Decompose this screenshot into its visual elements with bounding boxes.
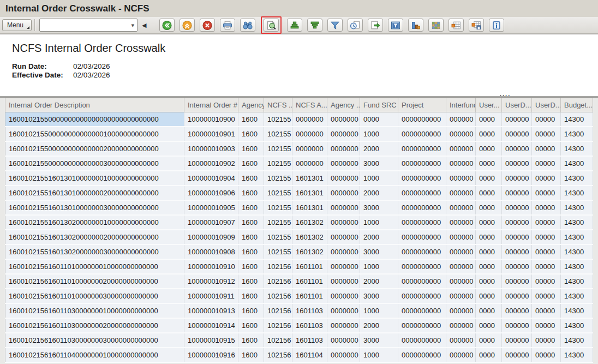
cell[interactable]: 0000000000: [398, 171, 446, 186]
cell[interactable]: 0000000: [327, 259, 360, 274]
cell[interactable]: 1600: [238, 127, 264, 141]
chevron-down-icon[interactable]: ▾: [131, 22, 137, 28]
cell[interactable]: 000000: [446, 289, 476, 303]
cell[interactable]: 16001021561601101000000010000000000000: [5, 259, 184, 274]
cell[interactable]: 00000: [532, 141, 561, 156]
cell[interactable]: 000000: [446, 333, 476, 348]
cell[interactable]: 000000: [446, 318, 476, 333]
cell[interactable]: 000000: [446, 200, 476, 215]
cell[interactable]: 0000000: [327, 333, 360, 348]
graphic-icon[interactable]: [408, 19, 423, 32]
cell[interactable]: 100000010907: [184, 215, 238, 230]
clock-document-icon[interactable]: [348, 19, 363, 32]
column-header[interactable]: Internal Order #: [184, 98, 238, 112]
cell[interactable]: 00000: [532, 289, 561, 303]
table-row[interactable]: 1600102156160110100000002000000000000010…: [5, 274, 593, 289]
cell[interactable]: 16001021561601103000000010000000000000: [5, 303, 184, 318]
table-row[interactable]: 1600102155160130200000003000000000000010…: [5, 244, 593, 259]
cell[interactable]: 0000000: [327, 112, 360, 127]
cell[interactable]: 0000000: [292, 127, 327, 141]
cell[interactable]: 3000: [360, 333, 398, 348]
cell[interactable]: 000000: [502, 333, 532, 348]
cell[interactable]: 000000: [502, 127, 532, 141]
cell[interactable]: 14300: [561, 215, 593, 230]
cell[interactable]: 000000: [502, 186, 532, 200]
cell[interactable]: 0000: [476, 244, 502, 259]
table-row[interactable]: 1600102155160130100000001000000000000010…: [5, 171, 593, 186]
cell[interactable]: 0000000000: [398, 127, 446, 141]
collapse-left-icon[interactable]: ◀: [141, 21, 147, 30]
cell[interactable]: 0000000: [327, 289, 360, 303]
cell[interactable]: 000000: [446, 171, 476, 186]
cell[interactable]: 1600: [238, 156, 264, 171]
cell[interactable]: 100000010913: [184, 303, 238, 318]
cell[interactable]: 1000: [360, 348, 398, 362]
cell[interactable]: 1601101: [292, 289, 327, 303]
cell[interactable]: 102156: [264, 303, 292, 318]
table-row[interactable]: 1600102156160110300000003000000000000010…: [5, 333, 593, 348]
column-header[interactable]: UserD...: [502, 98, 532, 112]
cell[interactable]: 2000: [360, 141, 398, 156]
cell[interactable]: 1600: [238, 200, 264, 215]
cell[interactable]: 14300: [561, 171, 593, 186]
cell[interactable]: 14300: [561, 112, 593, 127]
cell[interactable]: 0000: [360, 112, 398, 127]
cell[interactable]: 0000000000: [398, 186, 446, 200]
cell[interactable]: 000000: [446, 141, 476, 156]
cell[interactable]: 0000000000: [398, 112, 446, 127]
cell[interactable]: 0000: [476, 333, 502, 348]
cell[interactable]: 0000000: [292, 141, 327, 156]
spreadsheet-views-icon[interactable]: [428, 19, 444, 32]
cell[interactable]: 1600: [238, 318, 264, 333]
table-row[interactable]: 1600102155160130100000002000000000000010…: [5, 186, 593, 200]
cell[interactable]: 1600: [238, 289, 264, 303]
cell[interactable]: 000000: [502, 112, 532, 127]
cell[interactable]: 1600: [238, 215, 264, 230]
command-input[interactable]: [40, 20, 131, 31]
cell[interactable]: 00000: [532, 127, 561, 141]
cell[interactable]: 16001021561601103000000030000000000000: [5, 333, 184, 348]
cell[interactable]: 0000000: [327, 244, 360, 259]
cell[interactable]: 100000010909: [184, 230, 238, 244]
column-header[interactable]: Internal Order Description: [5, 98, 184, 112]
cell[interactable]: 0000000000: [398, 215, 446, 230]
cell[interactable]: 1000: [360, 259, 398, 274]
cell[interactable]: 000000: [502, 200, 532, 215]
cell[interactable]: 14300: [561, 259, 593, 274]
cell[interactable]: 1601301: [292, 200, 327, 215]
change-layout-icon[interactable]: [448, 19, 464, 32]
command-combobox[interactable]: ▾: [39, 19, 137, 32]
cell[interactable]: 16001021551601301000000020000000000000: [5, 186, 184, 200]
cell[interactable]: 0000: [476, 303, 502, 318]
cell[interactable]: 3000: [360, 200, 398, 215]
sort-ascending-icon[interactable]: [287, 19, 302, 32]
column-header[interactable]: Budget...: [561, 98, 593, 112]
cell[interactable]: 0000000: [327, 127, 360, 141]
cell[interactable]: 2000: [360, 274, 398, 289]
cell[interactable]: 14300: [561, 289, 593, 303]
cell[interactable]: 16001021561601104000000010000000000000: [5, 348, 184, 362]
cell[interactable]: 0000: [476, 112, 502, 127]
cell[interactable]: 0000000: [327, 200, 360, 215]
cell[interactable]: 00000: [532, 215, 561, 230]
table-row[interactable]: 1600102155160130200000002000000000000010…: [5, 230, 593, 244]
cell[interactable]: 000000: [446, 112, 476, 127]
cell[interactable]: 0000000: [327, 186, 360, 200]
cell[interactable]: 1000: [360, 303, 398, 318]
cell[interactable]: 14300: [561, 127, 593, 141]
cell[interactable]: 0000: [476, 156, 502, 171]
cell[interactable]: 0000000: [327, 171, 360, 186]
cell[interactable]: 14300: [561, 348, 593, 362]
cell[interactable]: 14300: [561, 333, 593, 348]
cell[interactable]: 0000000: [327, 318, 360, 333]
cell[interactable]: 2000: [360, 186, 398, 200]
cell[interactable]: 0000: [476, 230, 502, 244]
cancel-icon[interactable]: [200, 19, 215, 32]
cell[interactable]: 00000: [532, 244, 561, 259]
cell[interactable]: 0000: [476, 318, 502, 333]
cell[interactable]: 000000: [502, 230, 532, 244]
cell[interactable]: 14300: [561, 141, 593, 156]
cell[interactable]: 0000000: [327, 348, 360, 362]
column-drag-marker[interactable]: ....: [500, 91, 511, 97]
cell[interactable]: 00000: [532, 348, 561, 362]
